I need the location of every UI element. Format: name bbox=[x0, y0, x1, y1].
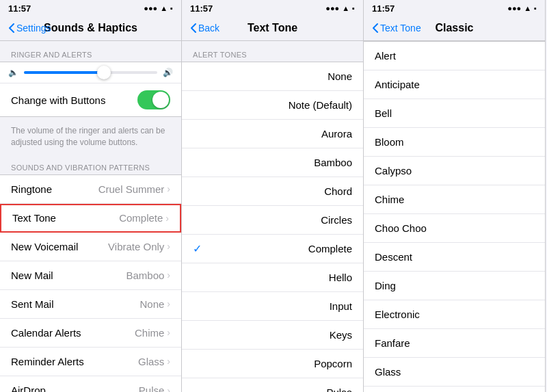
panel-classic: 11:57 ●●● ▲ ▪ Text Tone Classic Alert An… bbox=[364, 0, 546, 392]
tone-circles[interactable]: Circles bbox=[182, 206, 363, 235]
status-bar-2: 11:57 ●●● ▲ ▪ bbox=[182, 0, 363, 15]
panel-sounds-haptics: 11:57 ●●● ▲ ▪ Settings Sounds & Haptics … bbox=[0, 0, 182, 392]
reminder-chevron: › bbox=[167, 356, 170, 367]
tone-note-default[interactable]: Note (Default) bbox=[182, 91, 363, 120]
wifi-icon: ▲ bbox=[160, 4, 168, 12]
text-tone-chevron: › bbox=[165, 213, 169, 224]
new-voicemail-label: New Voicemail bbox=[11, 241, 78, 252]
section-alert-tones: ALERT TONES bbox=[182, 41, 363, 62]
battery-icon: ▪ bbox=[170, 4, 173, 12]
status-bar-3: 11:57 ●●● ▲ ▪ bbox=[364, 0, 545, 15]
tone-hello[interactable]: Hello bbox=[182, 263, 363, 292]
back-button-3[interactable]: Text Tone bbox=[372, 23, 421, 34]
airdrop-value: Pulse › bbox=[139, 384, 170, 392]
nav-title-2: Text Tone bbox=[248, 22, 297, 34]
calendar-chevron: › bbox=[167, 327, 170, 338]
airdrop-row[interactable]: AirDrop Pulse › bbox=[0, 376, 181, 392]
reminder-alerts-row[interactable]: Reminder Alerts Glass › bbox=[0, 348, 181, 376]
signal-icon-2: ●●● bbox=[325, 4, 339, 12]
calendar-alerts-value: Chime › bbox=[135, 327, 170, 339]
classic-alert[interactable]: Alert bbox=[364, 42, 545, 70]
nav-bar-2: Back Text Tone bbox=[182, 15, 363, 41]
back-button-2[interactable]: Back bbox=[190, 23, 219, 34]
tone-aurora[interactable]: Aurora bbox=[182, 120, 363, 148]
nav-title-3: Classic bbox=[435, 22, 473, 34]
battery-icon-3: ▪ bbox=[534, 4, 537, 12]
new-mail-chevron: › bbox=[167, 270, 170, 280]
panel-text-tone: 11:57 ●●● ▲ ▪ Back Text Tone ALERT TONES… bbox=[182, 0, 364, 392]
text-tone-value: Complete › bbox=[119, 212, 169, 224]
new-voicemail-chevron: › bbox=[167, 241, 170, 252]
classic-anticipate[interactable]: Anticipate bbox=[364, 70, 545, 99]
status-icons-2: ●●● ▲ ▪ bbox=[325, 4, 355, 12]
text-tone-label: Text Tone bbox=[12, 212, 56, 224]
alert-tones-group: None Note (Default) Aurora Bamboo Chord bbox=[182, 62, 363, 392]
checkmark-icon: ✓ bbox=[193, 242, 202, 255]
ringtone-chevron: › bbox=[167, 183, 170, 194]
change-with-buttons-toggle[interactable] bbox=[137, 90, 170, 109]
volume-slider-track[interactable] bbox=[24, 71, 157, 74]
classic-ding[interactable]: Ding bbox=[364, 272, 545, 300]
classic-list-group: Alert Anticipate Bell Bloom Calypso Chim… bbox=[364, 41, 545, 392]
wifi-icon-2: ▲ bbox=[342, 4, 349, 12]
nav-bar-1: Settings Sounds & Haptics bbox=[0, 15, 181, 41]
reminder-alerts-value: Glass › bbox=[138, 356, 170, 367]
panel2-content: ALERT TONES None Note (Default) Aurora B… bbox=[182, 41, 363, 392]
sent-mail-value: None › bbox=[139, 298, 170, 310]
toggle-knob bbox=[152, 92, 169, 108]
status-time-1: 11:57 bbox=[8, 3, 31, 14]
classic-calypso[interactable]: Calypso bbox=[364, 157, 545, 185]
text-tone-row[interactable]: Text Tone Complete › bbox=[0, 204, 181, 233]
tone-none[interactable]: None bbox=[182, 62, 363, 91]
status-time-3: 11:57 bbox=[372, 3, 395, 14]
classic-electronic[interactable]: Electronic bbox=[364, 300, 545, 329]
tone-keys[interactable]: Keys bbox=[182, 321, 363, 350]
change-with-buttons-label: Change with Buttons bbox=[11, 94, 105, 106]
sent-mail-label: Sent Mail bbox=[11, 298, 54, 310]
tone-chord[interactable]: Chord bbox=[182, 177, 363, 206]
sounds-vibration-group: Ringtone Cruel Summer › Text Tone Comple… bbox=[0, 174, 181, 392]
panel3-content: Alert Anticipate Bell Bloom Calypso Chim… bbox=[364, 41, 545, 392]
wifi-icon-3: ▲ bbox=[524, 4, 531, 12]
sent-mail-chevron: › bbox=[167, 298, 170, 309]
section-ringer-alerts: RINGER AND ALERTS bbox=[0, 41, 181, 62]
ringtone-label: Ringtone bbox=[11, 183, 52, 195]
airdrop-label: AirDrop bbox=[11, 384, 46, 392]
classic-fanfare[interactable]: Fanfare bbox=[364, 329, 545, 358]
volume-high-icon: 🔊 bbox=[163, 68, 173, 77]
nav-bar-3: Text Tone Classic bbox=[364, 15, 545, 41]
classic-chime[interactable]: Chime bbox=[364, 185, 545, 214]
tone-bamboo[interactable]: Bamboo bbox=[182, 148, 363, 177]
new-voicemail-row[interactable]: New Voicemail Vibrate Only › bbox=[0, 233, 181, 261]
volume-slider-fill bbox=[24, 71, 104, 74]
tone-pulse[interactable]: Pulse bbox=[182, 378, 363, 392]
status-icons-3: ●●● ▲ ▪ bbox=[507, 4, 537, 12]
panel1-content: RINGER AND ALERTS 🔈 🔊 Change with Button… bbox=[0, 41, 181, 392]
classic-glass[interactable]: Glass bbox=[364, 358, 545, 387]
tone-popcorn[interactable]: Popcorn bbox=[182, 350, 363, 378]
classic-horn[interactable]: Horn bbox=[364, 387, 545, 392]
ringtone-row[interactable]: Ringtone Cruel Summer › bbox=[0, 175, 181, 204]
tone-complete[interactable]: ✓ Complete bbox=[182, 235, 363, 263]
airdrop-chevron: › bbox=[167, 385, 170, 392]
ringtone-value: Cruel Summer › bbox=[98, 183, 170, 195]
classic-choo-choo[interactable]: Choo Choo bbox=[364, 214, 545, 243]
tone-input[interactable]: Input bbox=[182, 292, 363, 321]
status-bar-1: 11:57 ●●● ▲ ▪ bbox=[0, 0, 181, 15]
volume-low-icon: 🔈 bbox=[8, 68, 18, 77]
classic-bloom[interactable]: Bloom bbox=[364, 128, 545, 157]
calendar-alerts-row[interactable]: Calendar Alerts Chime › bbox=[0, 319, 181, 348]
new-mail-row[interactable]: New Mail Bamboo › bbox=[0, 261, 181, 290]
volume-slider-row[interactable]: 🔈 🔊 bbox=[0, 62, 181, 83]
status-time-2: 11:57 bbox=[190, 3, 213, 14]
sent-mail-row[interactable]: Sent Mail None › bbox=[0, 290, 181, 319]
signal-icon: ●●● bbox=[144, 4, 157, 12]
signal-icon-3: ●●● bbox=[507, 4, 521, 12]
back-button-1[interactable]: Settings bbox=[8, 23, 51, 34]
status-icons-1: ●●● ▲ ▪ bbox=[144, 4, 173, 12]
volume-slider-thumb[interactable] bbox=[97, 66, 111, 79]
new-voicemail-value: Vibrate Only › bbox=[108, 241, 170, 252]
reminder-alerts-label: Reminder Alerts bbox=[11, 356, 84, 367]
classic-bell[interactable]: Bell bbox=[364, 99, 545, 128]
classic-descent[interactable]: Descent bbox=[364, 243, 545, 272]
